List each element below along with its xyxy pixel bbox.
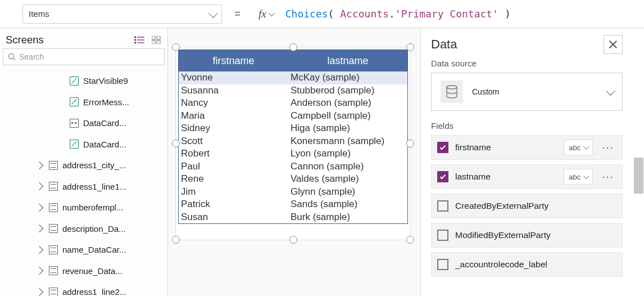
property-dropdown-value: Items bbox=[29, 9, 49, 19]
table-row[interactable]: NancyAnderson (sample) bbox=[179, 97, 407, 110]
field-row[interactable]: lastnameabc··· bbox=[431, 164, 623, 189]
svg-rect-9 bbox=[157, 41, 160, 44]
resize-handle[interactable] bbox=[406, 236, 414, 244]
tree-leaf-label: DataCard... bbox=[83, 118, 126, 128]
tree-leaf[interactable]: StarVisible9 bbox=[0, 70, 167, 92]
table-row[interactable]: ScottKonersmann (sample) bbox=[179, 135, 407, 148]
canvas-area[interactable]: firstname lastname YvonneMcKay (sample)S… bbox=[168, 28, 420, 296]
type-selector[interactable]: abc bbox=[564, 140, 593, 155]
chevron-down-icon bbox=[606, 86, 615, 96]
tree-item-datacard[interactable]: address1_line2... bbox=[0, 281, 167, 296]
tree-item-datacard[interactable]: numberofempl... bbox=[0, 197, 167, 218]
table-row[interactable]: ReneValdes (sample) bbox=[179, 173, 407, 186]
table-cell: Glynn (sample) bbox=[291, 186, 407, 198]
property-dropdown[interactable]: Items bbox=[22, 5, 222, 24]
grid-view-icon[interactable] bbox=[152, 36, 161, 44]
checkbox[interactable] bbox=[437, 142, 448, 153]
tree-leaf[interactable]: ErrorMess... bbox=[0, 92, 167, 113]
resize-handle[interactable] bbox=[289, 43, 297, 51]
tree-item-datacard[interactable]: address1_city_... bbox=[0, 155, 167, 176]
svg-rect-7 bbox=[157, 36, 160, 39]
table-row[interactable]: SidneyHiga (sample) bbox=[179, 122, 407, 135]
table-cell: Susan bbox=[181, 212, 291, 223]
tree-item-datacard[interactable]: description_Da... bbox=[0, 218, 167, 240]
table-row[interactable]: JimGlynn (sample) bbox=[179, 186, 407, 199]
table-cell: Higa (sample) bbox=[291, 123, 407, 134]
formula-bar: Items = fx Choices( Accounts.'Primary Co… bbox=[0, 0, 644, 28]
table-row[interactable]: SusannaStubberod (sample) bbox=[179, 84, 407, 97]
table-cell: Yvonne bbox=[181, 72, 291, 83]
table-row[interactable]: PaulCannon (sample) bbox=[179, 160, 407, 173]
tree-item-label: name_DataCar... bbox=[62, 245, 126, 254]
type-selector[interactable]: abc bbox=[564, 169, 593, 185]
scrollbar-thumb[interactable] bbox=[634, 158, 643, 194]
data-source-selector[interactable]: Custom bbox=[431, 73, 623, 111]
field-label: firstname bbox=[455, 142, 557, 153]
resize-handle[interactable] bbox=[406, 140, 414, 147]
field-row[interactable]: CreatedByExternalParty bbox=[431, 194, 623, 218]
table-cell: Stubberod (sample) bbox=[291, 85, 407, 96]
field-label: CreatedByExternalParty bbox=[455, 201, 616, 211]
close-icon bbox=[609, 40, 618, 49]
svg-point-5 bbox=[135, 42, 136, 43]
table-row[interactable]: SusanBurk (sample) bbox=[179, 211, 407, 224]
resize-handle[interactable] bbox=[172, 236, 180, 244]
table-cell: Sands (sample) bbox=[291, 199, 407, 210]
tree-item-label: address1_line2... bbox=[62, 287, 126, 296]
table-cell: Susanna bbox=[181, 85, 291, 96]
field-row[interactable]: _accountrolecode_label bbox=[431, 252, 623, 277]
close-button[interactable] bbox=[604, 35, 623, 54]
table-cell: Robert bbox=[181, 148, 291, 159]
expand-icon bbox=[35, 288, 43, 296]
table-cell: Anderson (sample) bbox=[291, 97, 407, 109]
more-options[interactable]: ··· bbox=[600, 171, 616, 183]
datatable-control[interactable]: firstname lastname YvonneMcKay (sample)S… bbox=[175, 47, 411, 240]
more-options[interactable]: ··· bbox=[600, 141, 616, 154]
table-row[interactable]: YvonneMcKay (sample) bbox=[179, 71, 407, 84]
resize-handle[interactable] bbox=[406, 43, 414, 51]
scrollbar[interactable] bbox=[633, 28, 644, 296]
tree-item-datacard[interactable]: revenue_Data... bbox=[0, 261, 167, 282]
resize-handle[interactable] bbox=[289, 236, 297, 244]
list-view-icon[interactable] bbox=[134, 36, 144, 44]
expand-icon bbox=[35, 246, 43, 254]
field-row[interactable]: ModifiedByExternalParty bbox=[431, 223, 623, 248]
svg-rect-8 bbox=[152, 41, 155, 44]
expand-icon bbox=[35, 267, 43, 275]
search-input[interactable]: Search bbox=[3, 48, 165, 65]
checkbox[interactable] bbox=[437, 171, 448, 182]
resize-handle[interactable] bbox=[172, 140, 180, 147]
tree-leaf-label: StarVisible9 bbox=[83, 76, 128, 86]
tree-item-datacard[interactable]: name_DataCar... bbox=[0, 239, 167, 261]
svg-rect-6 bbox=[152, 36, 155, 39]
edit-icon bbox=[70, 140, 79, 149]
table-row[interactable]: PatrickSands (sample) bbox=[179, 198, 407, 211]
column-header[interactable]: lastname bbox=[288, 55, 407, 67]
checkbox[interactable] bbox=[437, 230, 448, 241]
checkbox[interactable] bbox=[437, 200, 448, 212]
table-cell: Cannon (sample) bbox=[291, 161, 407, 172]
table-cell: Campbell (sample) bbox=[291, 110, 407, 122]
tree-leaf-label: ErrorMess... bbox=[83, 97, 129, 107]
tree-leaf[interactable]: DataCard... bbox=[0, 134, 167, 155]
table-cell: Patrick bbox=[181, 199, 291, 210]
table-row[interactable]: MariaCampbell (sample) bbox=[179, 110, 407, 123]
tree-item-datacard[interactable]: address1_line1... bbox=[0, 176, 167, 198]
tree-leaf[interactable]: DataCard... bbox=[0, 113, 167, 134]
fx-button[interactable]: fx bbox=[253, 8, 279, 20]
table-cell: Rene bbox=[181, 173, 291, 185]
table-cell: Jim bbox=[181, 186, 291, 198]
table-cell: Scott bbox=[181, 136, 291, 147]
table-cell: Valdes (sample) bbox=[291, 173, 407, 185]
equals-sign: = bbox=[222, 8, 253, 20]
formula-input[interactable]: Choices( Accounts.'Primary Contact' ) bbox=[279, 8, 644, 20]
table-cell: Nancy bbox=[181, 97, 291, 109]
resize-handle[interactable] bbox=[172, 43, 180, 51]
table-row[interactable]: RobertLyon (sample) bbox=[179, 147, 407, 160]
field-row[interactable]: firstnameabc··· bbox=[431, 135, 623, 160]
column-header[interactable]: firstname bbox=[179, 55, 288, 67]
checkbox[interactable] bbox=[437, 259, 448, 270]
form-icon bbox=[49, 182, 58, 191]
field-label: _accountrolecode_label bbox=[455, 259, 616, 270]
svg-line-11 bbox=[13, 59, 16, 61]
